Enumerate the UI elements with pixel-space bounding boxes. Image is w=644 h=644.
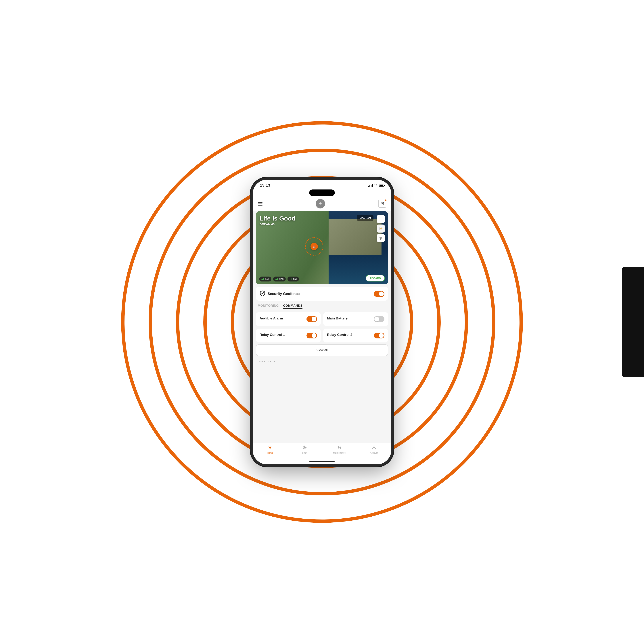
shield-icon: [260, 290, 265, 297]
status-time: 13:13: [260, 183, 270, 188]
map-navigate-button[interactable]: [377, 225, 385, 233]
wifi-icon: [374, 184, 377, 187]
command-card-main-battery: Main Battery: [323, 312, 388, 326]
phone-frame: 13:13: [253, 180, 391, 464]
status-icons: [368, 184, 384, 187]
status-bar: 13:13: [253, 180, 391, 189]
bottom-nav: Home Siren Maintenance: [253, 443, 391, 458]
phone-content[interactable]: Life is Good OCEAN 43 View Boat: [253, 211, 391, 443]
command-card-audible-alarm: Audible Alarm: [256, 312, 321, 326]
sat-label: Sat: [293, 278, 297, 280]
nav-account[interactable]: Account: [367, 445, 381, 454]
map-depth-button[interactable]: [377, 234, 385, 242]
audible-alarm-toggle[interactable]: [306, 316, 317, 322]
outboards-section-label: OUTBOARDS: [253, 359, 391, 364]
tab-commands[interactable]: COMMANDS: [283, 304, 302, 309]
relay-control-2-toggle[interactable]: [374, 333, 384, 338]
svg-point-6: [380, 228, 382, 229]
gps-signal: GPS: [273, 277, 286, 281]
cell-label: Cell: [265, 278, 269, 280]
svg-point-14: [304, 447, 305, 448]
app-logo: [316, 199, 325, 208]
boat-marker: ⛵: [311, 243, 318, 250]
maintenance-nav-label: Maintenance: [333, 452, 346, 454]
view-boat-button[interactable]: View Boat: [357, 215, 373, 221]
app-header: [253, 196, 391, 211]
account-icon: [372, 445, 376, 451]
battery-icon: [379, 184, 384, 187]
relay-control-1-label: Relay Control 1: [260, 333, 285, 337]
signal-row: Cell GPS Sat: [259, 277, 299, 281]
command-card-relay-control-1: Relay Control 1: [256, 329, 321, 342]
tab-monitoring[interactable]: MONITORING: [258, 304, 279, 309]
main-battery-label: Main Battery: [327, 316, 348, 321]
tabs-row: MONITORING COMMANDS: [253, 301, 391, 310]
siren-nav-label: Siren: [302, 452, 307, 454]
account-nav-label: Account: [370, 452, 378, 454]
boat-icon: ⛵: [311, 243, 318, 250]
aboard-button[interactable]: ABOARD: [366, 275, 385, 281]
menu-button[interactable]: [258, 202, 262, 206]
gps-label: GPS: [279, 278, 283, 280]
dynamic-island: [309, 189, 335, 196]
black-bar: [622, 267, 644, 377]
siren-icon: [302, 445, 307, 451]
sat-signal: Sat: [288, 277, 299, 281]
home-nav-label: Home: [267, 452, 273, 454]
security-label: Security Geofence: [268, 292, 300, 296]
audible-alarm-label: Audible Alarm: [260, 316, 283, 321]
main-battery-toggle[interactable]: [374, 316, 384, 322]
security-geofence-toggle[interactable]: [374, 291, 384, 297]
boat-model: OCEAN 43: [260, 223, 295, 226]
relay-control-2-label: Relay Control 2: [327, 333, 352, 337]
command-card-relay-control-2: Relay Control 2: [323, 329, 388, 342]
svg-rect-11: [269, 448, 271, 449]
security-geofence-row: Security Geofence: [256, 287, 388, 301]
map-filter-button[interactable]: [377, 215, 385, 223]
cell-signal: Cell: [259, 277, 271, 281]
notification-button[interactable]: [378, 200, 386, 208]
cellular-signal-icon: [368, 184, 373, 187]
map-controls: [377, 215, 385, 242]
relay-control-1-toggle[interactable]: [306, 333, 317, 338]
home-icon: [268, 445, 272, 451]
nav-maintenance[interactable]: Maintenance: [332, 445, 347, 454]
nav-siren[interactable]: Siren: [297, 445, 312, 454]
boat-info: Life is Good OCEAN 43: [260, 215, 295, 226]
notification-dot: [385, 200, 386, 201]
maintenance-icon: [337, 445, 342, 451]
nav-home[interactable]: Home: [263, 445, 277, 454]
svg-point-15: [373, 446, 375, 448]
view-all-button[interactable]: View all: [256, 344, 388, 356]
map-section[interactable]: Life is Good OCEAN 43 View Boat: [256, 211, 388, 284]
home-indicator: [253, 458, 391, 464]
boat-name: Life is Good: [260, 215, 295, 222]
commands-grid: Audible Alarm Main Battery Relay Control…: [253, 310, 391, 344]
